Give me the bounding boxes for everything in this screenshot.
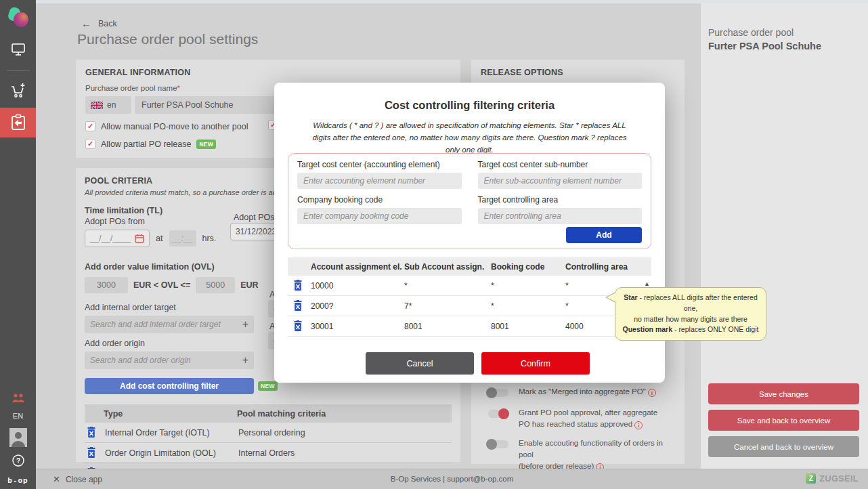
modal-filter-form: Target cost center (accounting element) … xyxy=(288,153,651,249)
toggle-row-accounting: Enable accouting functionality of orders… xyxy=(486,438,679,471)
partial-release-checkbox[interactable]: ✓ xyxy=(85,139,95,149)
cost-controlling-modal: Cost controlling filtering criteria Wild… xyxy=(274,83,665,383)
zugseil-name: ZUGSEIL xyxy=(819,474,859,484)
support-text: B-Op Services | support@b-op.com xyxy=(36,475,868,483)
delete-icon[interactable] xyxy=(86,427,97,438)
add-cost-controlling-filter-button[interactable]: Add cost controlling filter xyxy=(85,378,254,394)
po-pool-clipboard-icon xyxy=(10,114,26,131)
add-button[interactable]: Add xyxy=(566,227,642,243)
tooltip-line2: no matter how many digits are there xyxy=(634,315,747,323)
type-header: Type xyxy=(85,409,237,419)
page-title: Purchase order pool settings xyxy=(77,31,258,47)
delete-icon[interactable] xyxy=(292,300,303,312)
sidebar-item-cart[interactable] xyxy=(0,78,36,104)
new-badge: NEW xyxy=(196,140,216,149)
avatar[interactable] xyxy=(9,428,27,447)
context-pool-name: Furter PSA Pool Schuhe xyxy=(708,41,821,51)
booking-code-input[interactable] xyxy=(297,208,462,224)
accounting-toggle[interactable] xyxy=(486,438,511,450)
language-indicator[interactable]: EN xyxy=(13,412,23,420)
zugseil-logo-icon: Z xyxy=(806,473,816,484)
delete-icon[interactable] xyxy=(292,280,303,291)
delete-icon[interactable] xyxy=(86,447,97,459)
tooltip-star-text: - replaces ALL digits after the entered … xyxy=(638,293,758,312)
adopt-from-time-field[interactable] xyxy=(169,230,196,247)
sidebar-bottom-group: EN ? b-op xyxy=(7,394,28,489)
delete-icon[interactable] xyxy=(292,320,303,332)
plus-icon[interactable]: + xyxy=(242,318,248,331)
monitor-icon xyxy=(11,43,26,56)
hrs-label: hrs. xyxy=(202,234,217,243)
row-criteria: Internal Orders xyxy=(238,448,452,458)
ovl-currency: EUR xyxy=(240,280,258,290)
ovl-operator: EUR < OVL <= xyxy=(133,280,190,290)
plus-icon[interactable]: + xyxy=(242,354,248,366)
scroll-up-icon[interactable]: ▲ xyxy=(644,280,650,287)
cancel-back-button[interactable]: Cancel and back to overview xyxy=(708,436,859,457)
save-back-button[interactable]: Save and back to overview xyxy=(708,410,859,431)
modal-table-header: Account assignment el. Sub Account assig… xyxy=(288,257,651,276)
svg-text:?: ? xyxy=(16,457,20,465)
sidebar-item-po-pool-active[interactable] xyxy=(0,108,36,137)
back-button[interactable]: ← Back xyxy=(81,18,117,29)
general-information-title: GENERAL INFORMATION xyxy=(85,68,451,77)
modal-table: Account assignment el. Sub Account assig… xyxy=(288,257,651,337)
info-icon[interactable]: i xyxy=(634,421,643,429)
adopt-from-date-field[interactable]: __/__/____ xyxy=(85,230,150,247)
wildcard-tooltip: Star - replaces ALL digits after the ent… xyxy=(615,287,766,341)
internal-order-search-input[interactable] xyxy=(90,320,242,329)
cancel-button[interactable]: Cancel xyxy=(366,352,474,375)
cell-sub: 8001 xyxy=(404,322,491,331)
back-arrow-icon: ← xyxy=(81,18,91,29)
calendar-icon[interactable] xyxy=(135,234,144,243)
table-row: Internal Order Target (IOTL) Personal or… xyxy=(85,423,452,443)
help-button[interactable]: ? xyxy=(12,454,25,470)
users-red-icon[interactable] xyxy=(12,394,25,404)
cell-account: 2000? xyxy=(311,301,404,311)
date-placeholder: __/__/____ xyxy=(90,234,131,243)
target-cost-center-input[interactable] xyxy=(297,173,462,189)
order-origin-search-input[interactable] xyxy=(90,356,242,365)
toggle-row-grant-approval: Grant PO pool approval, after aggregateP… xyxy=(486,407,679,429)
back-label: Back xyxy=(98,19,117,28)
row-type: Internal Order Target (IOTL) xyxy=(105,428,238,438)
cell-account: 10000 xyxy=(311,281,404,291)
table-row: 30001 8001 8001 4000 xyxy=(288,316,651,337)
header-account: Account assignment el. xyxy=(311,262,404,272)
language-selector[interactable]: en xyxy=(85,96,131,114)
avatar-silhouette-icon xyxy=(9,429,27,447)
confirm-button[interactable]: Confirm xyxy=(481,352,590,375)
internal-order-search: + xyxy=(85,316,254,333)
controlling-area-input[interactable] xyxy=(478,208,643,224)
manual-move-label: Allow manual PO-move to another pool xyxy=(101,122,248,131)
merged-aggregate-toggle[interactable] xyxy=(486,387,511,399)
field-sub-number: Target cost center sub-number xyxy=(478,160,643,189)
row-type: Order Origin Limitation (OOL) xyxy=(105,448,238,458)
header-sub: Sub Account assign. xyxy=(404,262,491,272)
app-window: EN ? b-op ← Back Purchase order pool set… xyxy=(0,0,868,489)
info-icon[interactable]: i xyxy=(648,389,656,397)
zugseil-brand: Z ZUGSEIL xyxy=(806,473,859,484)
merged-aggregate-label: Mark as "Merged into aggregate PO" i xyxy=(519,386,656,398)
manual-move-checkbox[interactable]: ✓ xyxy=(85,121,95,131)
tooltip-star-label: Star xyxy=(624,293,637,301)
cell-booking: 8001 xyxy=(491,322,565,331)
grant-approval-toggle[interactable] xyxy=(486,408,511,420)
cart-add-icon xyxy=(10,83,26,99)
help-icon: ? xyxy=(12,454,25,467)
ovl-max-input[interactable] xyxy=(196,277,235,293)
table-row: 10000 * * * xyxy=(288,276,651,296)
modal-description: Wildcards ( * and ? ) are allowed in spe… xyxy=(309,120,630,156)
at-label: at xyxy=(156,234,162,243)
sidebar: EN ? b-op xyxy=(0,0,36,489)
criteria-header: Pool matching criteria xyxy=(237,409,452,419)
tooltip-qm-text: - replaces ONLY ONE digit xyxy=(672,325,758,333)
required-asterisk: * xyxy=(177,84,180,92)
sidebar-item-dashboard[interactable] xyxy=(0,37,36,62)
release-options-title: RELEASE OPTIONS xyxy=(481,68,675,77)
ovl-min-input[interactable] xyxy=(85,277,128,293)
save-changes-button[interactable]: Save changes xyxy=(708,383,859,404)
sub-number-input[interactable] xyxy=(478,173,643,189)
field-target-cost-center: Target cost center (accounting element) xyxy=(297,160,462,189)
modal-title: Cost controlling filtering criteria xyxy=(274,99,665,112)
